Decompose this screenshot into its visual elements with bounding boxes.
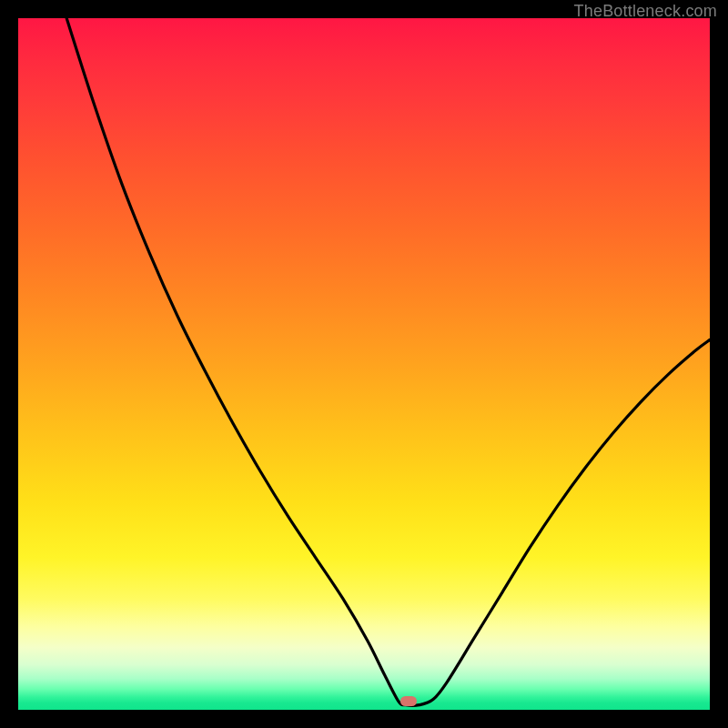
optimal-point-marker [400, 696, 417, 706]
bottleneck-curve [18, 18, 710, 710]
plot-area [18, 18, 710, 710]
chart-stage: TheBottleneck.com [0, 0, 728, 728]
